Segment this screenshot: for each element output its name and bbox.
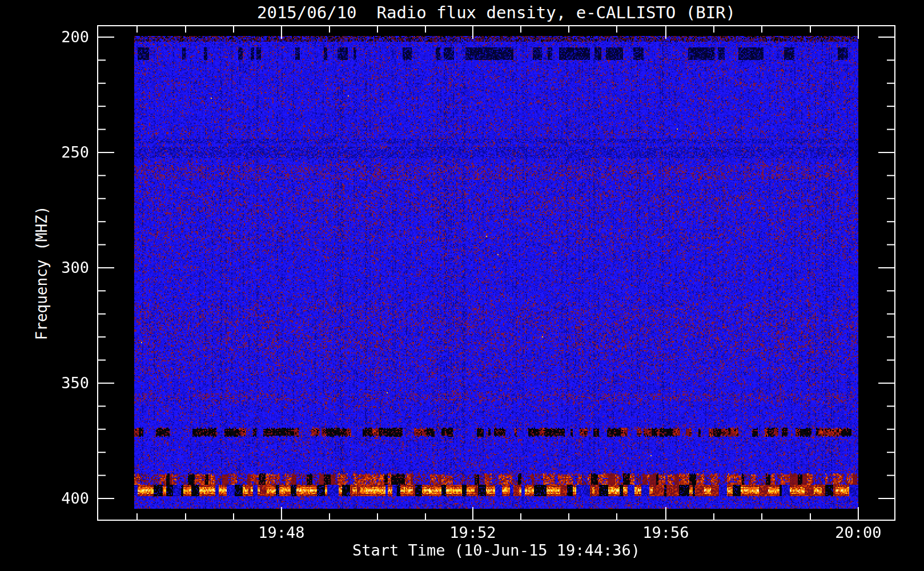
- y-tick-label: 200: [30, 29, 89, 46]
- x-tick-label: 20:00: [835, 524, 881, 541]
- y-tick-label: 300: [30, 259, 89, 276]
- y-tick-label: 400: [30, 490, 89, 507]
- x-tick-label: 19:56: [642, 524, 689, 541]
- x-tick-label: 19:52: [449, 524, 496, 541]
- y-tick-label: 350: [30, 375, 89, 392]
- axes-frame: [0, 0, 924, 571]
- x-tick-label: 19:48: [258, 524, 304, 541]
- y-tick-label: 250: [30, 144, 89, 161]
- plot-frame: [98, 26, 895, 520]
- x-axis-title: Start Time (10-Jun-15 19:44:36): [98, 541, 895, 559]
- spectrogram-figure: 2015/06/10 Radio flux density, e-CALLIST…: [0, 0, 924, 571]
